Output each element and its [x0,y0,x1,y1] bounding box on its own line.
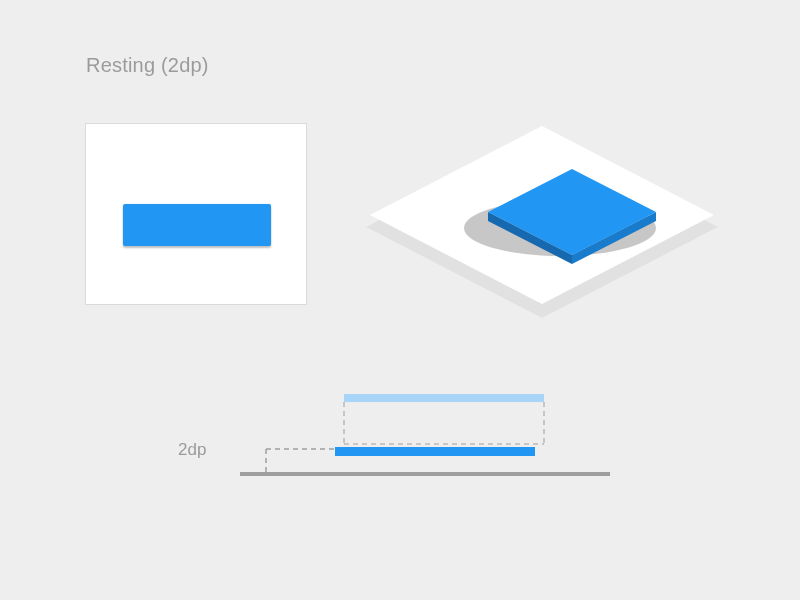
side-bar-light [344,394,544,402]
elevation-label: 2dp [178,440,206,460]
isometric-view [352,108,732,328]
raised-button-front [123,204,271,246]
front-view-card [85,123,307,305]
diagram-title: Resting (2dp) [86,54,209,77]
ground-line [240,472,610,476]
side-bar-button [335,447,535,456]
side-elevation [170,384,640,504]
